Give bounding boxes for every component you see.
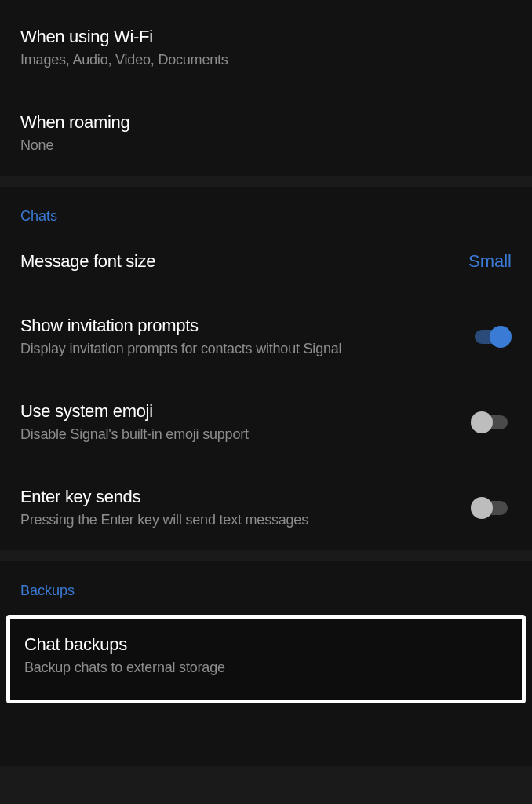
backups-section: Backups Chat backups Backup chats to ext… (0, 561, 532, 766)
setting-roaming[interactable]: When roaming None (0, 90, 532, 176)
divider (0, 176, 532, 187)
setting-invitation[interactable]: Show invitation prompts Display invitati… (0, 294, 532, 379)
setting-enter-sends[interactable]: Enter key sends Pressing the Enter key w… (0, 465, 532, 550)
toggle-invitation[interactable] (471, 324, 512, 349)
setting-font-size-title: Message font size (20, 251, 468, 272)
setting-system-emoji[interactable]: Use system emoji Disable Signal's built-… (0, 379, 532, 465)
setting-system-emoji-subtitle: Disable Signal's built-in emoji support (20, 426, 455, 443)
setting-enter-sends-title: Enter key sends (20, 487, 455, 507)
setting-roaming-subtitle: None (20, 137, 512, 154)
setting-wifi-subtitle: Images, Audio, Video, Documents (20, 52, 512, 68)
setting-invitation-title: Show invitation prompts (20, 316, 455, 336)
setting-chat-backups[interactable]: Chat backups Backup chats to external st… (6, 615, 526, 704)
setting-system-emoji-title: Use system emoji (20, 401, 455, 422)
setting-font-size[interactable]: Message font size Small (0, 229, 532, 294)
media-section: When using Wi-Fi Images, Audio, Video, D… (0, 0, 532, 176)
setting-wifi[interactable]: When using Wi-Fi Images, Audio, Video, D… (0, 5, 532, 90)
setting-chat-backups-subtitle: Backup chats to external storage (24, 660, 508, 676)
setting-enter-sends-subtitle: Pressing the Enter key will send text me… (20, 512, 455, 528)
chats-section: Chats Message font size Small Show invit… (0, 187, 532, 550)
chats-header: Chats (0, 187, 532, 229)
toggle-enter-sends[interactable] (471, 495, 512, 521)
setting-invitation-subtitle: Display invitation prompts for contacts … (20, 341, 455, 357)
setting-font-size-value: Small (468, 251, 512, 272)
setting-roaming-title: When roaming (20, 112, 512, 133)
setting-wifi-title: When using Wi-Fi (20, 27, 512, 47)
toggle-system-emoji[interactable] (471, 410, 512, 435)
divider (0, 550, 532, 561)
backups-header: Backups (0, 561, 532, 604)
setting-chat-backups-title: Chat backups (24, 634, 508, 655)
